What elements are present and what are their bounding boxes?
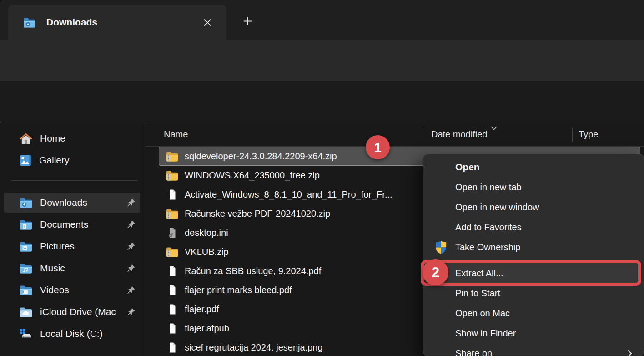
file-name: flajer.afpub [185, 323, 229, 334]
sidebar-item-label: Downloads [40, 197, 87, 208]
downloads-folder-icon [23, 17, 36, 28]
file-name: flajer print marks bleed.pdf [185, 285, 292, 295]
file-list-header: Name Date modified Type [145, 123, 644, 147]
command-toolbar: New Sort View [0, 81, 644, 122]
file-explorer-window: Downloads Downloads [0, 0, 644, 356]
document-file-icon [166, 342, 179, 353]
sidebar-item-label: Local Disk (C:) [40, 328, 103, 339]
document-file-icon [166, 323, 179, 334]
file-name: sicef regrutacija 2024. jesenja.png [185, 342, 323, 353]
zip-file-icon [166, 151, 179, 162]
column-header-type[interactable]: Type [579, 129, 598, 140]
sidebar-item-local-disk-c[interactable]: Local Disk (C:) [4, 324, 140, 344]
sidebar-item-label: Home [40, 133, 65, 144]
column-header-name[interactable]: Name [164, 129, 188, 140]
document-file-icon [166, 189, 179, 200]
navigation-bar: Downloads [0, 40, 644, 81]
document-file-icon [166, 285, 179, 296]
menu-item-label: Open on Mac [455, 308, 510, 319]
pin-icon [126, 264, 136, 273]
menu-item-open-in-new-window[interactable]: Open in new window [423, 197, 644, 217]
icloud-folder-icon [19, 306, 33, 318]
file-name: Računske vežbe PDF-20241020.zip [185, 209, 330, 219]
annotation-step-2-badge: 2 [423, 259, 448, 285]
sidebar-item-music[interactable]: Music [4, 258, 140, 278]
tab-close-icon[interactable] [199, 14, 216, 31]
menu-item-label: Pin to Start [455, 288, 500, 299]
new-tab-button[interactable] [238, 12, 257, 30]
videos-folder-icon [19, 285, 33, 296]
file-name: WINDOWS.X64_235000_free.zip [185, 170, 320, 181]
file-name: flajer.pdf [185, 304, 219, 315]
menu-item-label: Open in new window [455, 202, 539, 213]
pin-icon [126, 198, 136, 207]
pin-icon [126, 285, 136, 295]
file-name: VKLUB.zip [185, 247, 229, 257]
menu-item-open-on-mac[interactable]: Open on Mac [423, 303, 644, 323]
tab-downloads[interactable]: Downloads [8, 5, 226, 40]
tab-title: Downloads [46, 17, 97, 28]
downloads-folder-icon [19, 197, 33, 209]
sidebar-item-label: Documents [40, 219, 88, 230]
file-name: Račun za SBB usluge, 9.2024.pdf [185, 266, 321, 276]
document-file-icon [166, 265, 179, 277]
zip-file-icon [166, 208, 179, 219]
pin-icon [126, 242, 136, 251]
sidebar-separator [11, 180, 137, 181]
sidebar-item-videos[interactable]: Videos [4, 280, 140, 300]
music-folder-icon [19, 263, 33, 274]
sidebar-item-label: Pictures [40, 241, 75, 252]
sidebar-item-gallery[interactable]: Gallery [4, 150, 140, 170]
tab-bar: Downloads [0, 0, 644, 40]
file-name: desktop.ini [185, 228, 228, 238]
file-name: sqldeveloper-24.3.0.284.2209-x64.zip [185, 151, 337, 162]
sidebar-item-documents[interactable]: Documents [4, 214, 140, 234]
pin-icon [126, 220, 136, 229]
zip-file-icon [166, 246, 179, 258]
menu-item-label: Show in Finder [455, 328, 516, 339]
sidebar: Home Gallery Downloads Documents Picture… [0, 123, 145, 356]
sidebar-item-pictures[interactable]: Pictures [4, 236, 140, 256]
sort-indicator-icon [490, 124, 498, 132]
menu-item-show-in-finder[interactable]: Show in Finder [423, 323, 644, 343]
sidebar-item-icloud-drive[interactable]: iCloud Drive (Mac [4, 302, 140, 322]
sidebar-item-label: Videos [40, 285, 69, 295]
annotation-highlight-box [421, 260, 641, 286]
gallery-icon [19, 154, 32, 167]
column-separator[interactable] [572, 128, 573, 142]
column-header-date-modified[interactable]: Date modified [431, 129, 487, 140]
menu-item-take-ownership[interactable]: Take Ownership [423, 237, 644, 257]
uac-shield-icon [434, 240, 448, 254]
menu-item-label: Share on [455, 348, 492, 356]
menu-item-label: Open in new tab [455, 182, 522, 193]
menu-item-label: Take Ownership [455, 242, 520, 253]
sidebar-item-label: Music [40, 263, 65, 274]
pictures-folder-icon [19, 241, 33, 252]
annotation-step-1-badge: 1 [366, 135, 390, 159]
column-separator[interactable] [424, 128, 424, 142]
submenu-chevron-icon [627, 350, 632, 356]
menu-item-open[interactable]: Open [423, 157, 644, 177]
sidebar-item-label: iCloud Drive (Mac [40, 306, 116, 317]
sidebar-item-home[interactable]: Home [4, 128, 140, 148]
sidebar-item-label: Gallery [39, 155, 70, 166]
document-file-icon [166, 304, 179, 315]
zip-file-icon [166, 170, 179, 181]
local-disk-icon [19, 328, 33, 340]
pin-icon [126, 307, 136, 316]
context-menu: Open Open in new tab Open in new window … [423, 154, 644, 356]
sidebar-item-downloads[interactable]: Downloads [4, 193, 140, 213]
menu-item-label: Open [455, 162, 480, 173]
ini-file-icon [166, 227, 179, 239]
menu-item-add-to-favorites[interactable]: Add to Favorites [423, 217, 644, 237]
menu-item-share-on[interactable]: Share on [423, 343, 644, 356]
home-icon [19, 132, 33, 144]
menu-item-label: Add to Favorites [455, 222, 522, 233]
menu-item-pin-to-start[interactable]: Pin to Start [423, 283, 644, 303]
file-name: Activate_Windows_8_8.1_10_and_11_Pro_for… [185, 189, 392, 200]
menu-item-open-in-new-tab[interactable]: Open in new tab [423, 177, 644, 197]
documents-folder-icon [19, 219, 33, 230]
